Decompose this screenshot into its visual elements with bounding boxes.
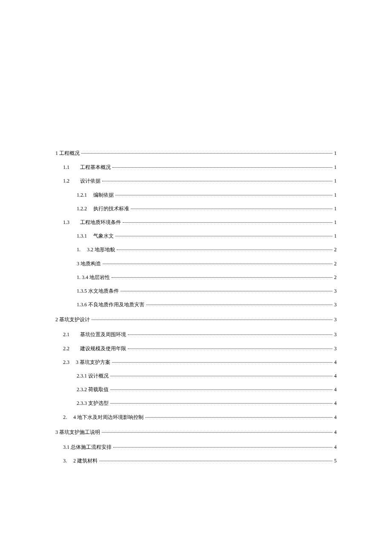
toc-entry-label: 2.4 地下水及对周边环境影响控制 — [63, 413, 144, 421]
toc-entry-number: 1.2 — [63, 177, 69, 185]
toc-entry: 2.2建设规模及使用年限3 — [55, 345, 337, 353]
toc-entry-title: 3 基坑支护方案 — [76, 359, 110, 365]
toc-entry-page: 5 — [334, 457, 337, 465]
toc-entry-number: 2.1 — [63, 331, 69, 339]
toc-entry-page: 3 — [334, 345, 337, 353]
toc-entry: 2 基坑支护设计3 — [55, 316, 337, 324]
document-page: 1 工程概况11.1工程基本概况11.2设计依据11.2.1编制依据11.2.2… — [0, 0, 392, 465]
toc-entry-page: 1 — [334, 205, 337, 213]
toc-entry: 2.4 地下水及对周边环境影响控制4 — [55, 413, 337, 421]
toc-entry-page: 3 — [334, 331, 337, 339]
toc-entry: 2.3.3 支护选型4 — [55, 399, 337, 407]
toc-entry: 1.2设计依据1 — [55, 177, 337, 185]
toc-entry-number: 2.2 — [63, 345, 69, 353]
toc-leader-dots — [92, 320, 332, 320]
toc-entry-label: 2.3.3 支护选型 — [77, 399, 109, 407]
toc-leader-dots — [117, 250, 332, 250]
toc-entry-page: 4 — [334, 443, 337, 451]
toc-entry-title: 2 建筑材料 — [73, 458, 98, 464]
toc-entry-page: 1 — [334, 149, 337, 157]
toc-entry-number: 1.1 — [63, 163, 69, 171]
toc-entry-number: 1.3 — [63, 218, 69, 227]
toc-leader-dots — [112, 167, 332, 168]
toc-entry-title: 1. 3.4 地层岩性 — [77, 274, 110, 280]
toc-entry-title: 2.3.3 支护选型 — [77, 400, 109, 406]
toc-entry-title: 3.2 地形地貌 — [87, 247, 115, 253]
toc-entry: 1.3.6 不良地质作用及地质灾害3 — [55, 301, 337, 309]
toc-leader-dots — [102, 432, 332, 433]
toc-entry-page: 4 — [334, 372, 337, 380]
toc-entry-label: 2.33 基坑支护方案 — [63, 358, 110, 366]
toc-entry-label: 1.3.2 地形地貌 — [77, 246, 115, 254]
toc-entry-title: 执行的技术标准 — [93, 206, 129, 212]
toc-entry-label: 3.1 总体施工流程安排 — [63, 443, 112, 451]
toc-entry: 3.1 总体施工流程安排4 — [55, 443, 337, 451]
toc-entry-title: 4 地下水及对周边环境影响控制 — [73, 414, 144, 420]
toc-entry-page: 3 — [334, 301, 337, 309]
toc-entry-label: 3 基坑支护施工说明 — [55, 428, 100, 436]
toc-entry-title: 3.1 总体施工流程安排 — [63, 444, 112, 450]
toc-entry-page: 1 — [334, 191, 337, 199]
toc-entry-label: 2.1基坑位置及周围环境 — [63, 331, 126, 339]
toc-entry-page: 2 — [334, 273, 337, 282]
toc-entry-label: 1.3.5 水文地质条件 — [77, 287, 119, 295]
toc-leader-dots — [110, 376, 332, 376]
toc-entry-page: 4 — [334, 399, 337, 407]
toc-entry-number: 1.2.2 — [77, 205, 87, 213]
toc-entry-label: 1.3.6 不良地质作用及地质灾害 — [77, 301, 144, 309]
toc-entry-title: 1.3.6 不良地质作用及地质灾害 — [77, 302, 144, 308]
toc-entry-label: 3.2 建筑材料 — [63, 457, 98, 465]
toc-entry-page: 4 — [334, 386, 337, 394]
toc-entry-page: 4 — [334, 358, 337, 366]
toc-leader-dots — [113, 447, 332, 447]
toc-entry: 2.3.2 荷载取值4 — [55, 386, 337, 394]
toc-entry-title: 气象水文 — [93, 233, 114, 239]
toc-leader-dots — [112, 362, 332, 363]
toc-entry-label: 1.3工程地质环境条件 — [63, 218, 121, 227]
toc-entry: 3 基坑支护施工说明4 — [55, 428, 337, 436]
toc-entry-label: 1.2.1编制依据 — [77, 191, 114, 199]
toc-entry-number: 1.3.1 — [77, 232, 87, 240]
toc-entry: 1.2.1编制依据1 — [55, 191, 337, 199]
toc-entry: 1.3.1气象水文1 — [55, 232, 337, 240]
toc-leader-dots — [81, 153, 332, 154]
toc-entry-page: 1 — [334, 218, 337, 227]
toc-entry-title: 3 基坑支护施工说明 — [55, 429, 100, 435]
toc-entry-label: 2.3.1 设计概况 — [77, 372, 109, 380]
table-of-contents: 1 工程概况11.1工程基本概况11.2设计依据11.2.1编制依据11.2.2… — [55, 149, 337, 465]
toc-entry-title: 工程地质环境条件 — [80, 219, 121, 225]
toc-entry-page: 1 — [334, 177, 337, 185]
toc-entry-label: 2.2建设规模及使用年限 — [63, 345, 126, 353]
toc-entry-title: 2.3.2 荷载取值 — [77, 386, 109, 392]
toc-entry-title: 2 基坑支护设计 — [55, 317, 90, 323]
toc-entry-title: 2.3.1 设计概况 — [77, 373, 109, 379]
toc-entry: 2.3.1 设计概况4 — [55, 372, 337, 380]
toc-entry-number: 3. — [63, 457, 67, 465]
toc-entry-number: 2.3 — [63, 358, 69, 366]
toc-leader-dots — [115, 236, 332, 236]
toc-entry: 1.3工程地质环境条件1 — [55, 218, 337, 227]
toc-leader-dots — [102, 181, 332, 181]
toc-leader-dots — [128, 334, 332, 335]
toc-entry-label: 2 基坑支护设计 — [55, 316, 90, 324]
toc-entry-title: 建设规模及使用年限 — [80, 346, 126, 352]
toc-leader-dots — [115, 195, 332, 195]
toc-entry-page: 4 — [334, 413, 337, 421]
toc-entry: 1 工程概况1 — [55, 149, 337, 157]
toc-entry: 2.1基坑位置及周围环境3 — [55, 331, 337, 339]
toc-leader-dots — [110, 389, 332, 390]
toc-leader-dots — [110, 403, 332, 404]
toc-leader-dots — [112, 277, 332, 278]
toc-leader-dots — [103, 264, 332, 264]
toc-entry-page: 3 — [334, 287, 337, 295]
toc-entry-label: 1.2.2执行的技术标准 — [77, 205, 129, 213]
toc-entry-label: 1 工程概况 — [55, 149, 80, 157]
toc-entry: 1.3.5 水文地质条件3 — [55, 287, 337, 295]
toc-entry: 3 地质构造2 — [55, 260, 337, 268]
toc-entry-number: 2. — [63, 413, 67, 421]
toc-entry-title: 1 工程概况 — [55, 150, 80, 156]
toc-entry-title: 3 地质构造 — [77, 261, 101, 267]
toc-entry-label: 3 地质构造 — [77, 260, 101, 268]
toc-leader-dots — [146, 305, 332, 305]
toc-leader-dots — [99, 461, 332, 461]
